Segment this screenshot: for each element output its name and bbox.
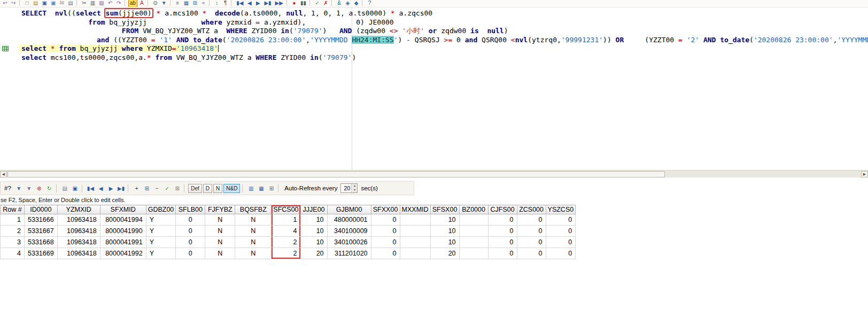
email-icon[interactable]: ✉	[58, 0, 66, 7]
column-header-ID0000[interactable]: ID0000	[25, 205, 58, 214]
filter-icon[interactable]: ▼	[25, 184, 34, 193]
sort-icon[interactable]: ↕	[213, 0, 221, 7]
vcr-play-icon[interactable]: ▶	[254, 0, 262, 7]
column-header-YSZCS0[interactable]: YSZCS0	[546, 205, 576, 214]
show-nulls-defaults-button[interactable]: N&D	[223, 184, 240, 193]
grid-cell-SFXX00[interactable]: 0	[371, 214, 400, 226]
grid-cell-ZCS000[interactable]: 0	[517, 214, 546, 226]
grid-cell-MXXMID[interactable]	[400, 237, 430, 248]
spinner-up-button[interactable]: ▲	[352, 184, 357, 188]
save-grid-icon[interactable]: ▣	[71, 184, 80, 193]
grid-cell-MXXMID[interactable]	[400, 214, 430, 226]
column-header-SFXMID[interactable]: SFXMID	[100, 205, 146, 214]
spinner-down-button[interactable]: ▼	[352, 188, 357, 192]
grid-cell-GJBM00[interactable]: 480000001	[327, 214, 371, 226]
sql-code[interactable]: SELECT nvl((select sum(jjje00) * a.mcs10…	[21, 9, 868, 62]
column-header-GDBZ00[interactable]: GDBZ00	[146, 205, 176, 214]
grid-cell-SFSX00[interactable]: 10	[430, 226, 459, 237]
auto-refresh-interval-value[interactable]: 20	[341, 184, 351, 192]
grid-cell-JJJE00[interactable]: 10	[300, 237, 327, 248]
schema-browser-icon[interactable]: ▦	[182, 0, 190, 7]
single-record-view-icon[interactable]: ▥	[246, 184, 255, 193]
grid-cell-GDBZ00[interactable]: Y	[146, 226, 176, 237]
grid-cell-BQSFBZ[interactable]: N	[235, 226, 272, 237]
grid-cell-YSZCS0[interactable]: 0	[546, 214, 576, 226]
grid-cell-YSZCS0[interactable]: 0	[546, 248, 576, 259]
column-header-BZ0000[interactable]: BZ0000	[459, 205, 488, 214]
paste-icon[interactable]: ▧	[97, 0, 105, 7]
pivot-view-icon[interactable]: ⊞	[267, 184, 276, 193]
column-header-MXXMID[interactable]: MXXMID	[400, 205, 430, 214]
grid-cell-SFXMID[interactable]: 8000041992	[100, 248, 146, 259]
revert-edits-icon[interactable]: ⊠	[173, 184, 182, 193]
grid-cell-YZMXID[interactable]: 10963418	[57, 214, 100, 226]
grid-cell-GJBM00[interactable]: 340100009	[327, 226, 371, 237]
grid-cell-BZ0000[interactable]	[459, 248, 488, 259]
column-header-rownum[interactable]: Row #	[1, 205, 25, 214]
grid-cell-SFLB00[interactable]: 0	[176, 248, 205, 259]
grid-cell-ID0000[interactable]: 5331666	[25, 214, 58, 226]
wrap-icon[interactable]: ¶	[221, 0, 229, 7]
row-number-cell[interactable]: 3	[1, 237, 25, 248]
cancel-query-icon[interactable]: ⊗	[35, 184, 44, 193]
grid-view-icon[interactable]: ▦	[257, 184, 266, 193]
grid-cell-SFLB00[interactable]: 0	[176, 237, 205, 248]
column-header-BQSFBZ[interactable]: BQSFBZ	[235, 205, 272, 214]
grid-cell-CJFS00[interactable]: 0	[488, 237, 517, 248]
scroll-right-button[interactable]: ▶	[861, 171, 868, 177]
grid-cell-SFSX00[interactable]: 10	[430, 214, 459, 226]
grid-cell-SFLB00[interactable]: 0	[176, 214, 205, 226]
undo-icon[interactable]: ↶	[106, 0, 114, 7]
duplicate-row-icon[interactable]: ⊞	[142, 184, 151, 193]
sort-icon[interactable]: ▼	[14, 184, 24, 193]
highlight-text-icon[interactable]: ab	[128, 0, 137, 7]
grid-cell-BQSFBZ[interactable]: N	[235, 248, 272, 259]
scroll-left-button[interactable]: ◀	[0, 171, 7, 177]
column-header-ZCS000[interactable]: ZCS000	[517, 205, 546, 214]
column-header-SFSX00[interactable]: SFSX00	[430, 205, 459, 214]
grid-cell-YZMXID[interactable]: 10963418	[57, 226, 100, 237]
grid-cell-ZCS000[interactable]: 0	[517, 237, 546, 248]
print-grid-icon[interactable]: ▤	[60, 184, 69, 193]
grid-cell-ID0000[interactable]: 5331669	[25, 248, 58, 259]
grid-cell-SFXX00[interactable]: 0	[371, 237, 400, 248]
save-all-icon[interactable]: ▣	[49, 0, 57, 7]
grid-cell-JJJE00[interactable]: 10	[300, 226, 327, 237]
grid-cell-BQSFBZ[interactable]: N	[235, 214, 272, 226]
filter-icon[interactable]: ▼	[160, 0, 168, 7]
next-record-icon[interactable]: ▶	[106, 184, 115, 193]
grid-cell-FJFYBZ[interactable]: N	[205, 214, 235, 226]
grid-cell-MXXMID[interactable]	[400, 226, 430, 237]
copy-icon[interactable]: ▥	[89, 0, 97, 7]
grid-cell-SFCS00[interactable]: 2	[272, 237, 300, 248]
row-number-cell[interactable]: 1	[1, 214, 25, 226]
sql-editor[interactable]: SELECT nvl((select sum(jjje00) * a.mcs10…	[0, 8, 868, 170]
last-record-icon[interactable]: ▶▮	[117, 184, 126, 193]
grid-cell-CJFS00[interactable]: 0	[488, 248, 517, 259]
grid-cell-YSZCS0[interactable]: 0	[546, 226, 576, 237]
column-header-SFXX00[interactable]: SFXX00	[371, 205, 400, 214]
grid-cell-SFXMID[interactable]: 8000041991	[100, 237, 146, 248]
print-icon[interactable]: ▤	[66, 0, 74, 7]
grid-cell-SFCS00[interactable]: 4	[272, 226, 300, 237]
results-grid[interactable]: Row #ID0000YZMXIDSFXMIDGDBZ00SFLB00FJFYB…	[0, 205, 576, 259]
grid-cell-GDBZ00[interactable]: Y	[146, 214, 176, 226]
vcr-first-icon[interactable]: ▮◀	[235, 0, 245, 7]
show-nulls-button[interactable]: N	[213, 184, 222, 193]
commit-icon[interactable]: ✓	[313, 0, 321, 7]
rollback-icon[interactable]: ✗	[322, 0, 330, 7]
delete-row-icon[interactable]: −	[152, 184, 161, 193]
grid-cell-GJBM00[interactable]: 311201020	[327, 248, 371, 259]
save-file-icon[interactable]: ▣	[40, 0, 48, 7]
cut-icon[interactable]: ✂	[80, 0, 88, 7]
script-runner-icon[interactable]: ≈	[199, 0, 207, 7]
editor-hscrollbar[interactable]: ◀ ▶	[0, 170, 868, 177]
grid-cell-SFXX00[interactable]: 0	[371, 226, 400, 237]
redo-icon[interactable]: ↷	[115, 0, 123, 7]
grid-cell-JJJE00[interactable]: 10	[300, 214, 327, 226]
grid-cell-CJFS00[interactable]: 0	[488, 226, 517, 237]
post-edits-icon[interactable]: ✓	[162, 184, 172, 193]
grid-cell-YSZCS0[interactable]: 0	[546, 237, 576, 248]
font-color-icon[interactable]: A	[138, 0, 146, 7]
first-record-icon[interactable]: ▮◀	[86, 184, 95, 193]
